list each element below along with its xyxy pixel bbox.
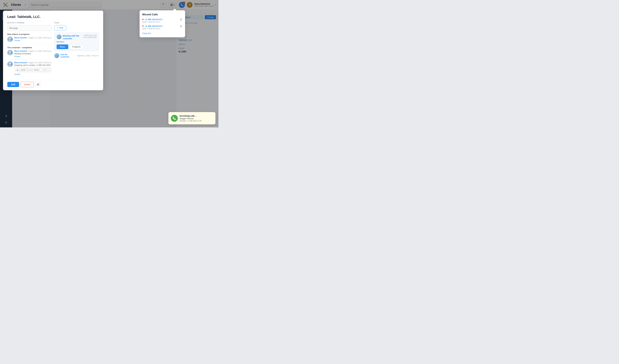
download-button[interactable]: ↓ — [40, 68, 43, 71]
settings-button[interactable] — [35, 82, 41, 87]
incoming-call-body: Incoming call... Maggie Fletcher Number:… — [180, 114, 213, 122]
task-duration: 1 hour participants — [83, 36, 97, 38]
modal: Lead: Tabletalk, LLC. ACTIVITY STREAM Ne… — [3, 11, 103, 90]
status-in-progress: New status: In progress — [7, 33, 52, 35]
activity-name-1[interactable]: Maria Howard — [14, 37, 27, 39]
missed-calls-title: Missed Calls — [142, 13, 182, 16]
activity-name-3[interactable]: Maria Howard — [14, 61, 27, 64]
activity-time-3: August, 12, 2021, 03:33 p.m. — [28, 62, 52, 64]
activity-body-3: Maria Howard August, 12, 2021, 03:33 p.m… — [14, 61, 52, 76]
activity-time-1: August, 12, 2021, 03:33 p.m. — [28, 37, 52, 39]
delete-call-2[interactable] — [180, 25, 182, 28]
task-card-header: Meeting with the customer 12.08.2021 10:… — [56, 34, 97, 40]
call-text: Outgoing call to number +1 585 234 3322 — [14, 64, 52, 66]
missed-call-info-1: +1 484 123-43-21 ▾ April 3, 2020 8:24 a.… — [142, 18, 163, 23]
missed-dot-2 — [142, 26, 143, 27]
modal-footer: Edit Delete — [7, 80, 99, 87]
modal-overlay[interactable]: Lead: Tabletalk, LLC. ACTIVITY STREAM Ne… — [0, 0, 218, 127]
missed-dot-1 — [142, 19, 143, 20]
missed-call-item-1: +1 484 123-43-21 ▾ April 3, 2020 8:24 a.… — [142, 18, 182, 23]
call-row-time: August 12, 2021, 4:30 p.m. — [77, 55, 99, 57]
incoming-caller-name: Maggie Fletcher — [180, 117, 213, 120]
add-task-button[interactable]: + Task — [54, 25, 66, 30]
play-button[interactable]: ▶ — [16, 68, 20, 72]
activity-avatar-3 — [7, 61, 13, 67]
audio-controls: ↓ 1× + — [40, 68, 50, 71]
audio-start: 00:00 — [21, 69, 25, 71]
activity-body-1: Maria Howard August, 12, 2021, 03:33 p.m… — [14, 37, 52, 42]
task-date: 12.08.2021 10:30 — [84, 34, 97, 36]
activity-name-2[interactable]: Maria Howard — [14, 50, 27, 52]
task-actions: Done Postpone — [56, 44, 97, 49]
call-row: Call the customer August 12, 2021, 4:30 … — [54, 53, 99, 58]
incoming-call-icon — [171, 115, 178, 122]
activity-time-2: August, 12, 2021, 03:33 p.m. — [28, 50, 52, 52]
task-title[interactable]: Meeting with the customer — [63, 35, 79, 40]
more-button[interactable]: + — [47, 68, 50, 71]
edit-button[interactable]: Edit — [7, 82, 19, 87]
number-chevron-2[interactable]: ▾ — [162, 25, 163, 27]
speed-button[interactable]: 1× — [43, 68, 46, 71]
modal-right-col: TASK + Task Meeting with the customer 12… — [54, 22, 99, 78]
task-members-label: Members: — [56, 41, 97, 43]
task-label: TASK — [54, 22, 99, 24]
delete-button[interactable]: Delete — [21, 82, 34, 87]
svg-point-33 — [38, 84, 38, 85]
status-completed: The customer - completed — [7, 46, 52, 49]
activity-avatar-2 — [7, 50, 13, 55]
activity-answer-1[interactable]: Answer — [14, 40, 20, 42]
delete-call-1[interactable] — [180, 18, 182, 22]
activity-item-3: Maria Howard August, 12, 2021, 03:33 p.m… — [7, 61, 52, 76]
call-row-text[interactable]: Call the customer — [60, 53, 76, 58]
activity-answer-2[interactable]: Answer — [14, 55, 20, 57]
activity-avatar-1 — [7, 37, 13, 42]
modal-left-col: ACTIVITY STREAM New status: In progress … — [7, 22, 52, 78]
modal-title: Lead: Tabletalk, LLC. — [7, 15, 99, 19]
incoming-call-title: Incoming call... — [180, 114, 213, 117]
audio-progress-bar[interactable] — [26, 70, 33, 70]
number-chevron-1[interactable]: ▾ — [162, 19, 163, 20]
missed-call-item-2: +1 484 123-43-21 ▾ April 3, 2020 8:24 a.… — [142, 25, 182, 30]
missed-call-number-2[interactable]: +1 484 123-43-21 ▾ — [142, 25, 163, 27]
task-card: Meeting with the customer 12.08.2021 10:… — [54, 32, 99, 51]
audio-end: 00:46 — [34, 69, 39, 71]
activity-item-1: Maria Howard August, 12, 2021, 03:33 p.m… — [7, 37, 52, 42]
message-input[interactable] — [7, 25, 52, 31]
activity-answer-3[interactable]: Answer — [14, 73, 20, 75]
done-button[interactable]: Done — [56, 44, 68, 49]
activity-text-2: Meeting scheduled — [14, 53, 52, 55]
call-avatar — [54, 53, 59, 58]
audio-player: ▶ 00:00 00:46 ↓ 1× + — [14, 67, 52, 73]
activity-stream-label: ACTIVITY STREAM — [7, 22, 52, 24]
task-card-meta: 12.08.2021 10:30 1 hour participants — [83, 34, 97, 38]
missed-call-time-2: April 3, 2020 8:24 a.m. — [142, 28, 163, 30]
task-card-avatar — [56, 34, 61, 39]
missed-calls-popup: Missed Calls +1 484 123-43-21 ▾ April 3,… — [140, 10, 185, 37]
clear-list-button[interactable]: Clear list — [142, 31, 151, 35]
activity-item-2: Maria Howard August, 12, 2021, 03:33 p.m… — [7, 50, 52, 58]
postpone-button[interactable]: Postpone — [70, 44, 84, 49]
incoming-call-toast[interactable]: Incoming call... Maggie Fletcher Number:… — [169, 112, 215, 124]
modal-grid: ACTIVITY STREAM New status: In progress … — [7, 22, 99, 78]
divider-2 — [7, 60, 52, 60]
activity-body-2: Maria Howard August, 12, 2021, 03:33 p.m… — [14, 50, 52, 58]
missed-call-time-1: April 3, 2020 8:24 a.m. — [142, 21, 163, 23]
task-card-info: Meeting with the customer — [63, 34, 82, 40]
incoming-caller-number: Number: +1 585 432-12-34 — [180, 120, 213, 122]
missed-call-number-1[interactable]: +1 484 123-43-21 ▾ — [142, 18, 163, 21]
missed-call-info-2: +1 484 123-43-21 ▾ April 3, 2020 8:24 a.… — [142, 25, 163, 30]
